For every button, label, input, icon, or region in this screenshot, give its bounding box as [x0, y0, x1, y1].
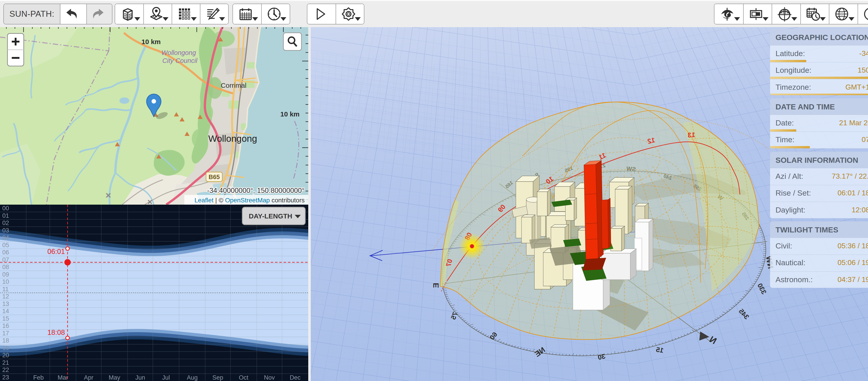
- svg-text:06:01: 06:01: [47, 248, 65, 255]
- svg-text:DAY-LENGTH: DAY-LENGTH: [249, 212, 292, 220]
- svg-text:30: 30: [597, 352, 606, 361]
- svg-text:03: 03: [2, 227, 9, 234]
- svg-text:16: 16: [2, 322, 9, 329]
- svg-text:May: May: [108, 374, 120, 381]
- svg-text:20: 20: [2, 352, 9, 359]
- svg-text:13: 13: [687, 131, 695, 139]
- svg-text:15: 15: [656, 346, 664, 354]
- svg-text:19: 19: [2, 345, 9, 351]
- svg-text:06: 06: [2, 249, 9, 256]
- svg-text:08: 08: [2, 264, 9, 271]
- svg-text:04: 04: [2, 234, 9, 241]
- svg-text:22: 22: [2, 367, 9, 373]
- svg-text:Oct: Oct: [239, 374, 249, 381]
- svg-text:05: 05: [2, 242, 9, 249]
- svg-text:02: 02: [2, 220, 9, 226]
- svg-text:Wollongong: Wollongong: [161, 49, 196, 56]
- svg-text:10 km: 10 km: [141, 38, 161, 45]
- svg-text:Aug: Aug: [187, 374, 198, 381]
- svg-text:Nov: Nov: [264, 374, 275, 381]
- svg-text:Mar: Mar: [58, 374, 68, 381]
- svg-text:18: 18: [2, 337, 9, 344]
- svg-text:15: 15: [2, 315, 9, 322]
- svg-text:11: 11: [2, 286, 9, 293]
- svg-text:-34.40000000°, 150.80000000°: -34.40000000°, 150.80000000°: [207, 187, 305, 194]
- svg-text:Apr: Apr: [84, 374, 93, 381]
- svg-text:E: E: [432, 283, 440, 288]
- svg-text:Wollongong: Wollongong: [208, 133, 257, 144]
- svg-text:City Council: City Council: [162, 57, 198, 64]
- svg-text:14: 14: [2, 308, 9, 315]
- svg-text:23: 23: [2, 374, 9, 381]
- svg-text:Leaflet | © OpenStreetMap cont: Leaflet | © OpenStreetMap contributors: [194, 197, 305, 204]
- svg-text:21: 21: [2, 359, 9, 366]
- svg-text:10: 10: [2, 278, 9, 285]
- svg-text:Sep: Sep: [212, 374, 223, 381]
- svg-text:18:08: 18:08: [47, 328, 65, 337]
- svg-text:Dec: Dec: [290, 374, 301, 381]
- svg-text:10 km: 10 km: [280, 110, 300, 118]
- svg-text:17: 17: [2, 330, 9, 337]
- svg-text:B65: B65: [209, 173, 220, 181]
- svg-text:Corrimal: Corrimal: [221, 82, 246, 89]
- svg-text:Jul: Jul: [162, 374, 170, 381]
- svg-text:00: 00: [2, 205, 9, 212]
- svg-text:Feb: Feb: [33, 374, 44, 381]
- svg-text:01: 01: [2, 212, 9, 219]
- svg-text:12: 12: [2, 293, 9, 300]
- svg-text:Jun: Jun: [135, 374, 145, 381]
- svg-text:13: 13: [2, 300, 9, 307]
- svg-text:09: 09: [2, 271, 9, 278]
